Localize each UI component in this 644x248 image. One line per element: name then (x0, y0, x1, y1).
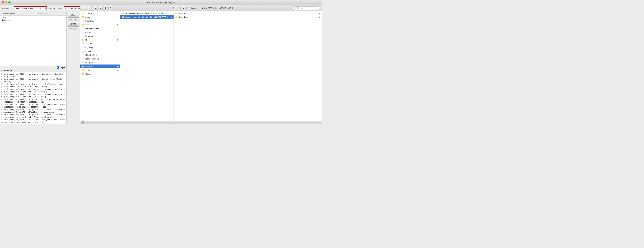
maximize-button[interactable] (8, 1, 10, 3)
file-content-area: E/RemindersSync( 3706): at java.net.Sock… (0, 72, 66, 124)
window-title: Android Local stroage analyzer (147, 1, 175, 4)
finder-col-2: 📁de.robv.android.xposed.ins...-02-08_23/… (120, 11, 174, 121)
finder-item[interactable]: 📁apps (80, 15, 120, 19)
folder-icon: 📁 (122, 16, 124, 18)
finder-item[interactable]: 📄GlobalVariables.py (80, 26, 120, 30)
title-bar: Android Local stroage analyzer (0, 0, 322, 5)
back-button[interactable]: ‹ (82, 6, 86, 10)
bottom-add-button[interactable]: + (82, 122, 84, 124)
finder-item-label: __pycache__ (86, 12, 118, 14)
finder-col-3: 📁data_app▶📁data_data▶ (174, 11, 322, 121)
view-column-button[interactable]: ▐ (104, 6, 107, 10)
view-list-button[interactable]: ☰ (99, 6, 102, 10)
finder-item-label: snapshots (86, 65, 116, 67)
edit-button[interactable]: ✎ (186, 6, 190, 10)
finder-item-label: main.py (86, 50, 118, 52)
logcat-label: Logcat (60, 67, 65, 69)
device-select[interactable]: model:Custom_Phone__5_1_0__API_22__768x1… (14, 6, 47, 10)
finder-item[interactable]: 📄main.py (80, 49, 120, 53)
toolbar: Select Device model:Custom_Phone__5_1_0_… (0, 5, 80, 12)
select-directory-label: Select Directory (2, 12, 38, 15)
file-icon: 📄 (82, 20, 84, 22)
expand-arrow-icon: ▶ (171, 16, 172, 18)
directory-item[interactable]: lib (0, 21, 36, 24)
select-app-label: Select Application (48, 7, 63, 9)
finder-item[interactable]: 📄jd-gui.cfg (80, 34, 120, 38)
finder-item-label: Usage (86, 73, 118, 75)
expand-arrow-icon: ▶ (117, 69, 118, 71)
file-icon: 📄 (82, 46, 84, 49)
folder-icon: 📁 (175, 12, 178, 15)
finder-item-label: apps (86, 16, 118, 18)
file-icon: 📄 (82, 27, 84, 30)
finder-item-label: de.robv.android.xposed.ins...-02-08_23/3… (125, 12, 172, 14)
folder-icon: 📁 (82, 39, 84, 41)
finder-item[interactable]: 📁jakhar.aseem.diva_2020-02-09_00/07/10.0… (120, 15, 174, 19)
file-icon: 📄 (82, 42, 84, 45)
close-button[interactable] (2, 1, 4, 3)
finder-item[interactable]: 📄setup.sh (80, 61, 120, 65)
logcat-checkbox-label[interactable]: Logcat (57, 66, 65, 69)
file-list (36, 15, 66, 66)
finder-item[interactable]: 📁de.robv.android.xposed.ins...-02-08_23/… (120, 11, 174, 15)
forward-button[interactable]: › (87, 6, 91, 10)
view-icon-button[interactable]: ☷ (94, 6, 98, 10)
select-file-label: Select File (38, 12, 46, 15)
action-button[interactable]: ⚙ (172, 6, 176, 10)
finder-item[interactable]: 📁lib▶ (80, 38, 120, 42)
directory-list: cachedatabaseslib (0, 15, 36, 66)
directory-item[interactable]: databases (0, 19, 36, 21)
finder-item-label: data_app (179, 12, 318, 14)
finder-item[interactable]: 📁tools▶ (80, 68, 120, 72)
tag-button[interactable]: ■ (182, 6, 186, 10)
finder-item-label: tools (86, 69, 116, 71)
log-line: E/RemindersSync( 3706): at ceru.run(:com… (2, 93, 65, 98)
side-button-apktool[interactable]: apktool (68, 22, 79, 26)
finder-item-label: README.md (86, 54, 118, 56)
window-controls (2, 1, 10, 3)
finder-item[interactable]: 📁data_app▶ (174, 11, 322, 15)
logcat-checkbox[interactable] (57, 66, 59, 69)
file-icon: 📄 (82, 58, 84, 60)
log-line: E/RemindersSync( 3706): at java.lang.Thr… (2, 124, 65, 124)
folder-icon: 📁 (82, 12, 84, 15)
finder-item[interactable]: 📁data_data▶ (174, 15, 322, 19)
finder-item[interactable]: 📁Usage (80, 72, 120, 76)
finder-item-label: logcat.py (86, 46, 118, 48)
expand-arrow-icon: ▶ (320, 16, 320, 18)
finder-columns: 📁__pycache__📁apps📄banner.py📁dbs▶📄GlobalV… (80, 11, 322, 121)
finder-item-label: data_data (179, 16, 318, 18)
side-button-re-install[interactable]: re-install (68, 26, 79, 30)
folder-icon: 📁 (82, 73, 84, 75)
file-icon: 📄 (82, 54, 84, 56)
finder-item-label: jd-gui.cfg (86, 35, 118, 37)
side-button-mobSF[interactable]: mobSF (68, 17, 79, 21)
log-line: E/RemindersSync( 3706): at javax.net.Def… (2, 83, 65, 88)
finder-item[interactable]: 📁snapshots▶ (80, 65, 120, 68)
finder-item[interactable]: 📄logcat.py (80, 45, 120, 49)
finder-item[interactable]: 📁__pycache__ (80, 11, 120, 15)
search-wrapper (292, 6, 320, 10)
side-buttons: jdguimobSFapktoolre-install (66, 12, 80, 124)
finder-item[interactable]: 📄requirement.txt (80, 57, 120, 61)
finder-item-label: LICENSE (86, 43, 118, 45)
log-line: E/RemindersSync( 3706): at suo.run(:com.… (2, 119, 65, 124)
share-button[interactable]: ⇧ (177, 6, 180, 10)
minimize-button[interactable] (5, 1, 7, 3)
finder-item-label: dbs (86, 24, 116, 26)
log-line: E/RemindersSync( 3706): at soj.run(:com.… (2, 103, 65, 108)
view-coverflow-button[interactable]: ◤ (108, 6, 112, 10)
finder-item[interactable]: 📄LICENSE (80, 42, 120, 45)
finder-item[interactable]: 📄gui.py (80, 30, 120, 34)
finder-item[interactable]: 📄README.md (80, 53, 120, 57)
directory-item[interactable]: cache (0, 16, 36, 19)
finder-toolbar: ‹ › ☷ ☰ ▐ ◤ ⚙ ⇧ ■ ✎ jakhar.aseem.diva_20… (80, 5, 322, 11)
finder-item-label: jakhar.aseem.diva_2020-02-09_00/07/10.05… (125, 16, 170, 18)
expand-arrow-icon: ▶ (117, 66, 118, 67)
finder-item[interactable]: 📄banner.py (80, 19, 120, 23)
side-button-jdgui[interactable]: jdgui (68, 13, 79, 17)
finder-item[interactable]: 📁dbs▶ (80, 23, 120, 26)
finder-item-label: gui.py (86, 31, 118, 33)
lists-row: cachedatabaseslib (0, 15, 66, 66)
search-input[interactable] (292, 6, 320, 10)
